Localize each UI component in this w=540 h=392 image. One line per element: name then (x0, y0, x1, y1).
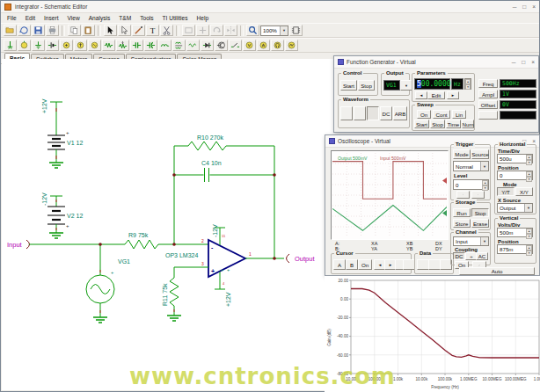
rising-edge-icon[interactable] (456, 191, 470, 199)
x-source-combo[interactable]: Output▼ (497, 203, 533, 213)
fg-stop-button[interactable]: Stop (358, 80, 375, 91)
time-div-input[interactable]: 500u▲▼ (497, 154, 533, 163)
cursor-a-button[interactable]: A (333, 259, 346, 270)
maximize-icon[interactable]: □ (522, 4, 526, 10)
square-wave-icon[interactable] (367, 106, 379, 120)
capacitor-icon[interactable] (130, 40, 143, 51)
trigger-source-button[interactable]: Source (471, 149, 489, 159)
magnifier-icon[interactable] (246, 25, 259, 36)
print-icon[interactable] (46, 25, 59, 36)
save-icon[interactable] (32, 25, 45, 36)
cursor-b-button[interactable]: B (346, 259, 358, 270)
fg-edit-button[interactable]: Edit (427, 91, 445, 99)
fg-next-digit-button[interactable]: ► (447, 91, 459, 99)
fg-dc-button[interactable]: DC (380, 106, 392, 120)
v-position-input[interactable]: 875m▲▼ (497, 244, 533, 254)
triangle-wave-icon[interactable] (354, 106, 366, 120)
r11-resistor[interactable]: R11 75k (162, 267, 208, 321)
diode-icon[interactable] (201, 40, 214, 51)
menu-view[interactable]: View (63, 14, 84, 22)
chevron-down-icon[interactable]: ▼ (280, 26, 288, 35)
h-position-input[interactable]: 0▲▼ (497, 171, 533, 180)
zoom-in-icon[interactable] (196, 25, 209, 36)
battery-icon[interactable] (46, 40, 59, 51)
fg-start-button[interactable]: Start (340, 80, 357, 91)
vg1-source[interactable]: VG1 + (86, 244, 130, 323)
fg-output-dropdown[interactable]: ▼ (400, 80, 412, 91)
sweep-num-button[interactable]: Num (462, 120, 474, 128)
storage-erase-button[interactable]: Erase (471, 219, 489, 228)
sweep-start-button[interactable]: Start (414, 120, 429, 128)
copy-icon[interactable] (68, 25, 81, 36)
trigger-mode-combo[interactable]: Normal▼ (453, 161, 489, 171)
transformer-icon[interactable] (172, 40, 186, 51)
trigger-level-input[interactable]: 0▲▼ (453, 179, 489, 190)
sweep-on-button[interactable]: On (417, 110, 431, 119)
cut-icon[interactable] (160, 25, 173, 36)
freq-readout-label[interactable]: Freq (478, 79, 498, 88)
resistor-icon[interactable] (102, 40, 115, 51)
text-icon[interactable]: T (146, 25, 159, 36)
wire-pencil-icon[interactable] (132, 25, 145, 36)
trigger-mode-button[interactable]: Mode (453, 149, 471, 159)
cursor-icon[interactable] (104, 25, 117, 36)
menu-ti-utilities[interactable]: TI Utilities (158, 14, 193, 22)
menu-help[interactable]: Help (193, 14, 214, 22)
fg-prev-digit-button[interactable]: ◄ (415, 91, 427, 99)
jumper-icon[interactable] (4, 40, 17, 51)
inductor-icon[interactable] (158, 40, 171, 51)
polarized-capacitor-icon[interactable] (144, 40, 157, 51)
coupling-dc-button[interactable]: DC (453, 252, 465, 260)
pin-view-icon[interactable] (289, 25, 303, 36)
sweep-stop-button[interactable]: Stop (430, 120, 445, 128)
select-icon[interactable] (118, 25, 131, 36)
input-position-marker[interactable] (442, 178, 447, 184)
zoom-combo[interactable]: 100% ▼ (260, 25, 288, 36)
reload-icon[interactable] (18, 25, 31, 36)
ammeter-icon[interactable] (257, 40, 270, 51)
minimize-icon[interactable]: ─ (513, 4, 517, 10)
ohmmeter-icon[interactable] (271, 40, 284, 51)
v2-battery[interactable]: -12V + V2 12 (41, 192, 83, 238)
potentiometer-icon[interactable] (116, 40, 129, 51)
mode-yt-button[interactable]: Y/T (497, 187, 514, 196)
c4-capacitor[interactable]: C4 10n (174, 160, 274, 182)
input-port[interactable]: Input (7, 240, 100, 249)
output-port[interactable]: Output (245, 254, 315, 263)
fg-frequency-spinner[interactable]: ▲▼ (464, 78, 471, 90)
ampl-readout-label[interactable]: Ampl (478, 90, 498, 98)
close-icon[interactable]: × (532, 4, 536, 10)
generator-icon[interactable] (88, 40, 101, 51)
fg-arb-button[interactable]: ARB (393, 106, 407, 120)
v1-battery[interactable]: +12V + V1 12 (41, 98, 83, 168)
menu-analysis[interactable]: Analysis (84, 14, 115, 22)
sine-wave-icon[interactable] (340, 106, 353, 120)
main-titlebar[interactable]: integrator - Schematic Editor ─ □ × (1, 1, 539, 13)
channel-combo[interactable]: Input▼ (453, 236, 489, 246)
mirror-icon[interactable] (224, 25, 237, 36)
mode-xy-button[interactable]: X/Y (515, 187, 533, 196)
r9-resistor[interactable]: R9 75k (100, 232, 174, 249)
function-generator-titlebar[interactable]: Function Generator - Virtual ─ □ × (334, 56, 538, 69)
menu-tools[interactable]: Tools (135, 14, 157, 22)
cursor-on-button[interactable]: On (358, 259, 372, 270)
auto-button[interactable]: Auto (459, 267, 535, 275)
menu-file[interactable]: File (3, 14, 21, 22)
maximize-icon[interactable]: □ (522, 59, 525, 65)
storage-stop-button[interactable]: Stop (471, 208, 489, 217)
oscilloscope-probe-icon[interactable] (285, 40, 298, 51)
cursor-y-marker-icon[interactable] (403, 259, 415, 270)
voltmeter-icon[interactable] (243, 40, 256, 51)
coupling-ac-button[interactable]: AC (476, 252, 488, 260)
voltage-source-icon[interactable] (60, 40, 73, 51)
sweep-lin-button[interactable]: Lin (452, 110, 466, 119)
storage-run-button[interactable]: Run (453, 208, 471, 217)
close-icon[interactable]: × (532, 138, 536, 144)
copy-data-icon[interactable] (428, 259, 441, 270)
zoom-rect-icon[interactable] (182, 25, 195, 36)
menu-insert[interactable]: Insert (40, 14, 63, 22)
menu-tm[interactable]: T&M (114, 14, 135, 22)
transistor-icon[interactable] (215, 40, 228, 51)
menu-edit[interactable]: Edit (21, 14, 40, 22)
blank-readout-label[interactable] (478, 111, 498, 120)
